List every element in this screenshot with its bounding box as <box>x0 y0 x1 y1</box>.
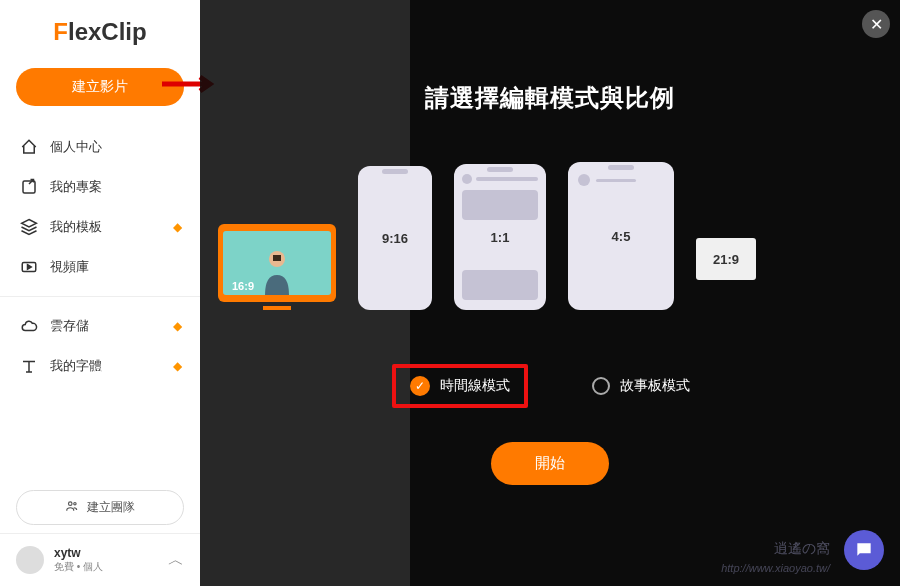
divider <box>0 296 200 297</box>
user-name: xytw <box>54 546 158 560</box>
ratio-label: 21:9 <box>713 252 739 267</box>
ratio-1-1[interactable]: 1:1 <box>454 164 546 310</box>
sidebar-item-label: 視頻庫 <box>50 258 89 276</box>
create-team-button[interactable]: 建立團隊 <box>16 490 184 525</box>
cloud-icon <box>20 317 38 335</box>
ratio-21-9[interactable]: 21:9 <box>696 238 756 310</box>
nav-secondary: 雲存儲 ◆ 我的字體 ◆ <box>0 303 200 389</box>
sidebar-item-label: 個人中心 <box>50 138 102 156</box>
premium-diamond-icon: ◆ <box>173 220 182 234</box>
mode-storyboard[interactable]: 故事板模式 <box>576 367 706 405</box>
ratio-4-5[interactable]: 4:5 <box>568 162 674 310</box>
radio-unchecked-icon <box>592 377 610 395</box>
sidebar-item-label: 我的字體 <box>50 357 102 375</box>
chevron-up-icon: ︿ <box>168 550 184 571</box>
user-plan: 免費 • 個人 <box>54 560 158 574</box>
ratio-label: 4:5 <box>612 229 631 244</box>
mode-label: 故事板模式 <box>620 377 690 395</box>
sidebar-item-fonts[interactable]: 我的字體 ◆ <box>0 347 200 385</box>
sidebar-item-templates[interactable]: 我的模板 ◆ <box>0 208 200 246</box>
ratio-label: 16:9 <box>232 280 254 292</box>
monitor-shape: 16:9 <box>218 224 336 302</box>
phone-shape: 4:5 <box>568 162 674 310</box>
sidebar-item-label: 雲存儲 <box>50 317 89 335</box>
start-button[interactable]: 開始 <box>491 442 609 485</box>
team-icon <box>65 499 79 516</box>
premium-diamond-icon: ◆ <box>173 359 182 373</box>
modal-title: 請選擇編輯模式與比例 <box>425 82 675 114</box>
close-button[interactable]: ✕ <box>862 10 890 38</box>
sidebar-item-label: 我的模板 <box>50 218 102 236</box>
edit-icon <box>20 178 38 196</box>
ratio-mode-modal: 請選擇編輯模式與比例 16:9 9:16 <box>200 0 900 586</box>
create-video-button[interactable]: 建立影片 <box>16 68 184 106</box>
video-icon <box>20 258 38 276</box>
wide-shape: 21:9 <box>696 238 756 280</box>
sidebar-item-projects[interactable]: 我的專案 <box>0 168 200 206</box>
nav-main: 個人中心 我的專案 我的模板 ◆ 視頻庫 <box>0 124 200 290</box>
chat-support-button[interactable] <box>844 530 884 570</box>
home-icon <box>20 138 38 156</box>
avatar <box>16 546 44 574</box>
user-info: xytw 免費 • 個人 <box>54 546 158 574</box>
sidebar-item-cloud[interactable]: 雲存儲 ◆ <box>0 307 200 345</box>
watermark-name: 逍遙の窩 <box>774 540 830 558</box>
text-icon <box>20 357 38 375</box>
ratio-label: 9:16 <box>382 231 408 246</box>
svg-point-3 <box>74 503 76 505</box>
ratio-label: 1:1 <box>491 230 510 245</box>
svg-point-2 <box>69 502 73 506</box>
logo-rest: lexClip <box>68 18 147 45</box>
sidebar-item-video-library[interactable]: 視頻庫 <box>0 248 200 286</box>
sidebar-item-home[interactable]: 個人中心 <box>0 128 200 166</box>
logo: FlexClip <box>0 0 200 60</box>
premium-diamond-icon: ◆ <box>173 319 182 333</box>
mode-options: ✓ 時間線模式 故事板模式 <box>394 366 706 406</box>
mode-timeline[interactable]: ✓ 時間線模式 <box>394 366 526 406</box>
logo-f-letter: F <box>53 18 68 45</box>
phone-shape: 9:16 <box>358 166 432 310</box>
phone-shape: 1:1 <box>454 164 546 310</box>
ratio-16-9[interactable]: 16:9 <box>218 224 336 310</box>
svg-rect-0 <box>23 181 35 193</box>
svg-rect-5 <box>273 255 281 261</box>
ratio-9-16[interactable]: 9:16 <box>358 166 432 310</box>
ratio-options: 16:9 9:16 1:1 <box>200 162 900 310</box>
annotation-highlight <box>392 364 528 408</box>
team-label: 建立團隊 <box>87 499 135 516</box>
sidebar-item-label: 我的專案 <box>50 178 102 196</box>
user-menu[interactable]: xytw 免費 • 個人 ︿ <box>0 533 200 586</box>
layers-icon <box>20 218 38 236</box>
watermark-url: http://www.xiaoyao.tw/ <box>721 562 830 574</box>
